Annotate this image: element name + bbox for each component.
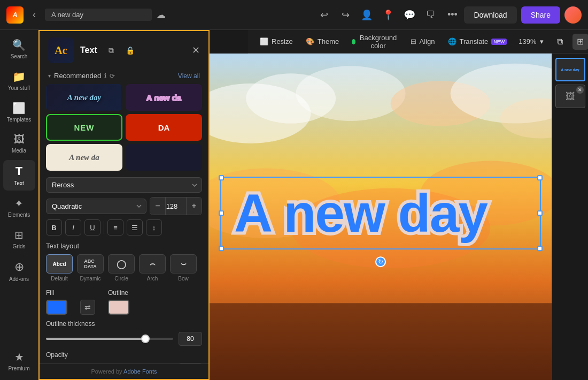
addons-icon: ⊕	[14, 260, 24, 274]
sidebar-item-elements[interactable]: ✦ Elements	[3, 193, 35, 222]
chevron-down-icon: ▾	[540, 37, 544, 45]
preset-1-text: A new day	[65, 91, 103, 104]
view-all-link[interactable]: View all	[178, 72, 200, 80]
preset-item-5[interactable]: A new da	[46, 144, 122, 171]
sidebar-item-media[interactable]: 🖼 Media	[3, 129, 35, 158]
preset-item-4[interactable]: DA	[126, 114, 202, 141]
thumbnail-2-close[interactable]: ✕	[576, 86, 584, 94]
font-size-increase-button[interactable]: +	[187, 197, 202, 215]
info-icon[interactable]: ℹ	[104, 72, 106, 79]
resize-handle-tr[interactable]	[537, 175, 543, 180]
download-button[interactable]: Download	[464, 6, 516, 24]
underline-button[interactable]: U	[84, 219, 100, 235]
translate-button[interactable]: 🌐 Translate NEW	[443, 35, 513, 48]
sidebar-item-addons[interactable]: ⊕ Add-ons	[3, 256, 35, 286]
sidebar-item-grids[interactable]: ⊞ Grids	[3, 224, 35, 254]
undo-icon[interactable]: ↩	[316, 7, 331, 22]
bold-button[interactable]: B	[46, 219, 62, 235]
rotate-handle[interactable]: ↻	[375, 256, 386, 267]
grids-icon: ⊞	[14, 229, 24, 241]
sidebar-item-text[interactable]: T Text	[3, 160, 35, 191]
copy-icon-button[interactable]: ⧉	[104, 43, 119, 58]
thumbnail-text: Ac	[55, 44, 67, 57]
preset-item-1[interactable]: A new day	[46, 84, 122, 111]
sidebar-item-search[interactable]: 🔍 Search	[3, 34, 35, 64]
layout-dynamic[interactable]: ABCDATA Dynamic	[77, 254, 104, 282]
panel-close-button[interactable]: ✕	[192, 44, 200, 56]
text-element[interactable]: A new day ↻	[220, 177, 541, 249]
chevron-down-icon[interactable]: ▾	[48, 73, 51, 79]
elements-icon: ✦	[14, 197, 24, 210]
location-icon[interactable]: 📍	[381, 7, 396, 22]
bg-color-dot	[352, 39, 355, 44]
fill-color-swatch[interactable]	[46, 300, 67, 315]
preset-item-3[interactable]: NEW	[46, 114, 122, 141]
app-logo[interactable]: A	[6, 6, 24, 24]
thumbnail-2[interactable]: ✕ 🖼	[555, 85, 585, 108]
sidebar-item-label: Text	[14, 180, 24, 186]
opacity-label: Opacity	[46, 351, 202, 359]
back-button[interactable]: ‹	[28, 9, 41, 21]
swap-colors-button[interactable]: ⇄	[80, 300, 95, 315]
comment-icon[interactable]: 💬	[402, 7, 417, 22]
italic-button[interactable]: I	[65, 219, 81, 235]
thumbnail-1[interactable]: A new day	[555, 58, 585, 81]
refresh-icon[interactable]: ⟳	[110, 72, 115, 80]
preset-item-6[interactable]	[126, 144, 202, 171]
avatar[interactable]	[564, 6, 582, 24]
resize-handle-br[interactable]	[537, 246, 543, 251]
font-size-input[interactable]	[165, 197, 187, 215]
list-button[interactable]: ☰	[127, 219, 143, 235]
resize-handle-ml[interactable]	[219, 210, 224, 216]
text-panel: Ac Text ⧉ 🔒 ✕ ▾ Recommended ℹ ⟳ View al	[38, 30, 210, 380]
align-left-button[interactable]: ≡	[107, 219, 123, 235]
recommended-section-header: ▾ Recommended ℹ ⟳ View all	[46, 67, 202, 84]
share-button[interactable]: Share	[521, 6, 560, 24]
preset-item-2[interactable]: A new da	[126, 84, 202, 111]
background-color-label: Background color	[359, 34, 397, 50]
panel-footer: Powered by Adobe Fonts	[40, 363, 208, 379]
align-button[interactable]: ⊟ Align	[405, 35, 440, 48]
resize-button[interactable]: ⬜ Resize	[254, 35, 298, 48]
resize-handle-bl[interactable]	[219, 246, 224, 251]
outline-group: Outline	[108, 289, 129, 315]
chat-icon[interactable]: 🗨	[423, 7, 438, 22]
font-family-select[interactable]: Reross	[46, 177, 202, 193]
zoom-control[interactable]: 139% ▾	[514, 35, 547, 48]
sidebar-item-premium[interactable]: ★ Premium	[3, 346, 35, 376]
line-height-button[interactable]: ↕	[146, 219, 162, 235]
outline-color-swatch[interactable]	[108, 300, 129, 315]
background-color-button[interactable]: Background color	[346, 31, 403, 52]
user-icon[interactable]: 👤	[359, 7, 374, 22]
breadcrumb[interactable]: A new day	[45, 9, 152, 21]
canvas-area[interactable]: A new day ↻	[210, 54, 552, 380]
sidebar-item-label: Add-ons	[9, 276, 29, 282]
presets-grid: A new day A new da NEW DA A new da	[46, 84, 202, 171]
sidebar-item-templates[interactable]: ⬜ Templates	[3, 97, 35, 127]
svg-point-3	[296, 66, 405, 121]
layout-default[interactable]: Abcd Default	[46, 254, 73, 282]
media-icon: 🖼	[14, 133, 25, 146]
layout-bow[interactable]: ⌣ Bow	[170, 254, 197, 282]
search-icon: 🔍	[12, 39, 26, 51]
resize-handle-tl[interactable]	[219, 175, 224, 180]
curve-select[interactable]: Quadratic	[46, 199, 146, 214]
layout-arch[interactable]: ⌢ Arch	[139, 254, 166, 282]
theme-button[interactable]: 🎨 Theme	[300, 35, 344, 48]
format-row: B I U ≡ ☰ ↕	[46, 219, 202, 235]
outline-thickness-section: Outline thickness 80	[46, 320, 202, 346]
lock-icon-button[interactable]: 🔒	[123, 43, 138, 58]
more-icon[interactable]: •••	[445, 7, 460, 22]
preset-5-text: A new da	[67, 151, 102, 164]
outline-thickness-slider[interactable]	[46, 338, 173, 340]
redo-icon[interactable]: ↪	[338, 7, 353, 22]
canvas-text[interactable]: A new day	[234, 186, 527, 240]
font-size-decrease-button[interactable]: −	[150, 197, 165, 215]
adobe-fonts-link[interactable]: Adobe Fonts	[123, 368, 157, 375]
cloud-icon[interactable]: ☁	[156, 9, 166, 21]
grid-icon-button[interactable]: ⊞	[572, 34, 589, 50]
resize-handle-mr[interactable]	[537, 210, 543, 216]
layout-circle[interactable]: ◯ Circle	[108, 254, 135, 282]
pages-icon-button[interactable]: ⧉	[552, 34, 568, 50]
sidebar-item-yourstuff[interactable]: 📁 Your stuff	[3, 66, 35, 95]
